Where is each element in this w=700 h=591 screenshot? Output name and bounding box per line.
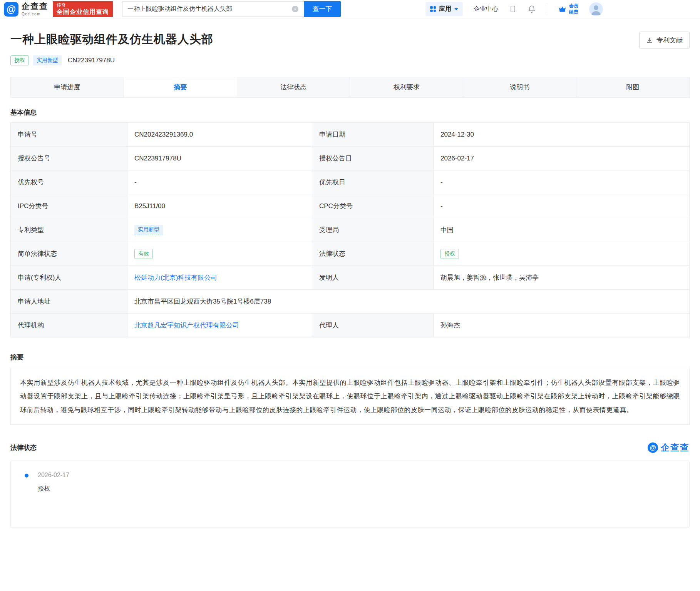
- clear-search-icon[interactable]: [292, 6, 298, 12]
- legal-status-heading: 法律状态: [10, 443, 37, 452]
- apps-menu-button[interactable]: 应用: [425, 2, 463, 16]
- field-label: 发明人: [312, 266, 434, 290]
- agency-link[interactable]: 北京超凡宏宇知识产权代理有限公司: [134, 322, 239, 329]
- qcc-watermark-text: 企查查: [661, 442, 690, 454]
- field-label: 简单法律状态: [11, 242, 127, 266]
- field-value: 中国: [434, 218, 690, 242]
- brand-name: 企查查: [22, 2, 48, 10]
- patent-type-badge[interactable]: 实用新型: [33, 55, 62, 65]
- patent-document-button[interactable]: 专利文献: [639, 32, 690, 49]
- field-value: -: [434, 194, 690, 218]
- applicant-link[interactable]: 松延动力(北京)科技有限公司: [134, 274, 217, 281]
- tab-claims[interactable]: 权利要求: [350, 77, 463, 97]
- qcc-watermark-icon: @: [648, 442, 658, 453]
- legal-status-timeline: 2026-02-17 授权: [10, 461, 690, 528]
- field-label: 法律状态: [312, 242, 434, 266]
- inventors-value: 胡晨旭，姜哲源，张世璞，吴沛亭: [434, 266, 690, 290]
- table-row: 申请(专利权)人 松延动力(北京)科技有限公司 发明人 胡晨旭，姜哲源，张世璞，…: [11, 266, 690, 290]
- table-row: 简单法律状态 有效 法律状态 授权: [11, 242, 690, 266]
- field-label: CPC分类号: [312, 194, 434, 218]
- slogan-badge[interactable]: 传奇 全国企业信用查询: [53, 1, 113, 17]
- qcc-watermark: @ 企查查: [648, 442, 690, 454]
- field-label: 授权公告号: [11, 147, 127, 170]
- search-input[interactable]: [122, 1, 304, 17]
- tab-bar: 申请进度 摘要 法律状态 权利要求 说明书 附图: [10, 77, 690, 98]
- timeline-item: 2026-02-17 授权: [11, 472, 689, 493]
- field-label: IPC分类号: [11, 194, 127, 218]
- vip-line1: 会员: [569, 3, 578, 9]
- table-row: 申请号 CN202423291369.0 申请日期 2024-12-30: [11, 123, 690, 147]
- field-label: 申请人地址: [11, 290, 127, 314]
- field-label: 专利类型: [11, 218, 127, 242]
- field-value: CN223917978U: [127, 147, 312, 170]
- field-label: 代理人: [312, 314, 434, 337]
- field-label: 优先权号: [11, 170, 127, 194]
- mobile-app-icon[interactable]: [509, 5, 517, 13]
- field-value: -: [127, 170, 312, 194]
- field-value: B25J11/00: [127, 194, 312, 218]
- table-row: 优先权号 - 优先权日 -: [11, 170, 690, 194]
- table-row: 专利类型 实用新型 受理局 中国: [11, 218, 690, 242]
- field-value: 2024-12-30: [434, 123, 690, 147]
- field-value: 2026-02-17: [434, 147, 690, 170]
- field-label: 申请(专利权)人: [11, 266, 127, 290]
- brand-domain: Qcc.com: [22, 12, 48, 16]
- table-row: IPC分类号 B25J11/00 CPC分类号 -: [11, 194, 690, 218]
- grant-status-badge: 授权: [10, 55, 29, 65]
- abstract-text: 本实用新型涉及仿生机器人技术领域，尤其是涉及一种上眼睑驱动组件及仿生机器人头部。…: [10, 368, 690, 425]
- topbar: @ 企查查 Qcc.com 传奇 全国企业信用查询 查一下 应用 企业中心: [0, 0, 700, 18]
- applicant-address-value: 北京市昌平区回龙观西大街35号院1号楼6层738: [127, 290, 690, 314]
- timeline-dot-icon: [25, 474, 28, 477]
- timeline-date: 2026-02-17: [38, 472, 689, 479]
- slogan-text: 全国企业信用查询: [57, 8, 109, 15]
- main-content: 一种上眼睑驱动组件及仿生机器人头部 专利文献 授权 实用新型 CN2239179…: [0, 18, 700, 528]
- page-title: 一种上眼睑驱动组件及仿生机器人头部: [10, 32, 213, 47]
- topbar-nav: 应用 企业中心 会员 续费: [425, 2, 603, 16]
- vip-renewal-button[interactable]: 会员 续费: [558, 3, 578, 15]
- field-value: -: [434, 170, 690, 194]
- field-label: 受理局: [312, 218, 434, 242]
- field-label: 授权公告日: [312, 147, 434, 170]
- chevron-down-icon: [454, 8, 458, 10]
- table-row: 申请人地址 北京市昌平区回龙观西大街35号院1号楼6层738: [11, 290, 690, 314]
- patent-document-label: 专利文献: [656, 36, 683, 45]
- legal-status-tag: 授权: [440, 249, 459, 259]
- tab-legal-status[interactable]: 法律状态: [237, 77, 350, 97]
- grid-icon: [430, 6, 436, 12]
- field-label: 优先权日: [312, 170, 434, 194]
- slogan-tag: 传奇: [57, 2, 109, 8]
- search-button[interactable]: 查一下: [304, 1, 341, 17]
- publication-number: CN223917978U: [68, 57, 115, 64]
- table-row: 代理机构 北京超凡宏宇知识产权代理有限公司 代理人 孙海杰: [11, 314, 690, 337]
- tab-abstract[interactable]: 摘要: [124, 77, 237, 97]
- table-row: 授权公告号 CN223917978U 授权公告日 2026-02-17: [11, 147, 690, 170]
- enterprise-center-link[interactable]: 企业中心: [474, 5, 498, 13]
- basic-info-heading: 基本信息: [10, 108, 690, 117]
- vip-crown-icon: [558, 5, 567, 13]
- field-label: 申请号: [11, 123, 127, 147]
- user-avatar[interactable]: [589, 2, 603, 16]
- tab-figures[interactable]: 附图: [576, 77, 689, 97]
- field-value: CN202423291369.0: [127, 123, 312, 147]
- field-label: 代理机构: [11, 314, 127, 337]
- abstract-heading: 摘要: [10, 353, 690, 362]
- agent-value: 孙海杰: [434, 314, 690, 337]
- search-bar: 查一下: [122, 1, 341, 17]
- tab-application-progress[interactable]: 申请进度: [11, 77, 124, 97]
- vip-line2: 续费: [569, 9, 578, 15]
- qcc-logo[interactable]: @ 企查查 Qcc.com: [4, 2, 48, 17]
- basic-info-table: 申请号 CN202423291369.0 申请日期 2024-12-30 授权公…: [10, 122, 690, 337]
- vertical-divider: [547, 5, 547, 13]
- timeline-status: 授权: [38, 485, 689, 493]
- tab-description[interactable]: 说明书: [463, 77, 576, 97]
- simple-legal-status-tag: 有效: [134, 249, 153, 259]
- patent-type-tag[interactable]: 实用新型: [134, 225, 163, 235]
- field-label: 申请日期: [312, 123, 434, 147]
- download-icon: [646, 37, 653, 44]
- qcc-logo-icon: @: [4, 2, 18, 17]
- notifications-bell-icon[interactable]: [528, 5, 536, 13]
- apps-label: 应用: [439, 5, 451, 13]
